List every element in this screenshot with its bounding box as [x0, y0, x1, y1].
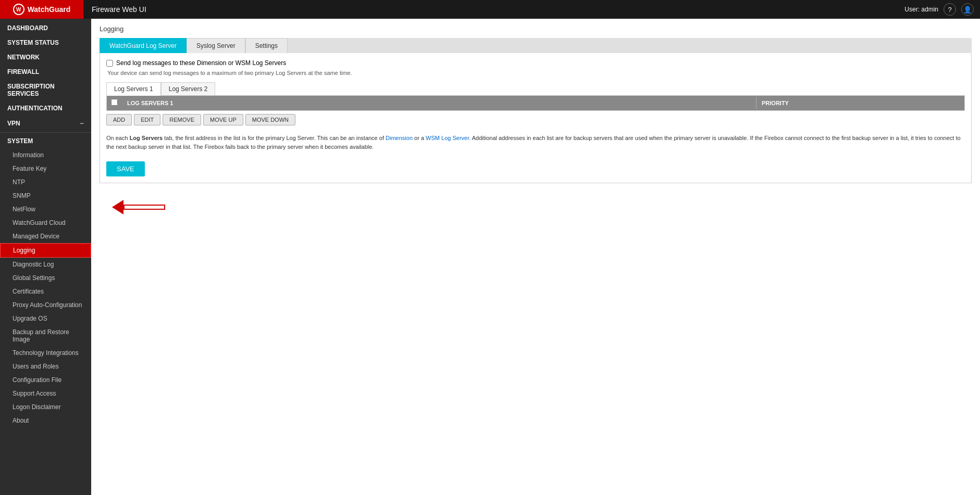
sidebar-item-wg-cloud[interactable]: WatchGuard Cloud [0, 216, 91, 230]
sidebar-item-backup[interactable]: Backup and Restore Image [0, 325, 91, 346]
app-title: Fireware Web UI [92, 5, 904, 14]
move-down-button[interactable]: MOVE DOWN [245, 114, 295, 125]
sub-tabs: Log Servers 1 Log Servers 2 [106, 82, 965, 96]
arrow-box [123, 205, 165, 210]
description-text: On each Log Servers tab, the first addre… [106, 134, 965, 151]
dimension-link[interactable]: Dimension [386, 135, 413, 141]
sidebar-item-proxy-auto[interactable]: Proxy Auto-Configuration [0, 298, 91, 312]
edit-button[interactable]: EDIT [134, 114, 160, 125]
wsm-link[interactable]: WSM Log Server [426, 135, 469, 141]
sidebar-item-system[interactable]: SYSTEM [0, 134, 91, 148]
sidebar-item-system-status[interactable]: SYSTEM STATUS [0, 35, 91, 50]
add-button[interactable]: ADD [106, 114, 132, 125]
logo-label: WatchGuard [28, 5, 71, 14]
select-all-checkbox[interactable] [111, 99, 118, 106]
sidebar-item-auth[interactable]: AUTHENTICATION [0, 101, 91, 116]
remove-button[interactable]: REMOVE [163, 114, 201, 125]
main-layout: DASHBOARD SYSTEM STATUS NETWORK FIREWALL… [0, 19, 980, 495]
sidebar: DASHBOARD SYSTEM STATUS NETWORK FIREWALL… [0, 19, 91, 495]
save-button[interactable]: SAVE [106, 161, 145, 176]
help-icon[interactable]: ? [944, 3, 956, 16]
sidebar-item-config-file[interactable]: Configuration File [0, 373, 91, 387]
sub-tab-log1[interactable]: Log Servers 1 [106, 82, 161, 96]
send-log-checkbox-row: Send log messages to these Dimension or … [106, 59, 965, 67]
tabs-bar: WatchGuard Log Server Syslog Server Sett… [100, 38, 972, 53]
logo: W WatchGuard [13, 4, 71, 15]
tab-syslog-server[interactable]: Syslog Server [187, 38, 245, 53]
header-right: User: admin ? 👤 [904, 3, 974, 16]
sidebar-item-logging[interactable]: Logging [0, 243, 91, 258]
sidebar-item-vpn[interactable]: VPN − [0, 116, 91, 131]
sidebar-item-upgrade-os[interactable]: Upgrade OS [0, 312, 91, 325]
sidebar-item-information[interactable]: Information [0, 148, 91, 162]
col-priority: PRIORITY [756, 97, 964, 109]
sidebar-item-ntp[interactable]: NTP [0, 175, 91, 189]
sidebar-item-firewall[interactable]: FIREWALL [0, 65, 91, 79]
sidebar-item-feature-key[interactable]: Feature Key [0, 162, 91, 175]
vpn-collapse-icon: − [80, 119, 84, 128]
sidebar-item-network[interactable]: NETWORK [0, 50, 91, 65]
table-header: LOG SERVERS 1 PRIORITY [107, 96, 964, 110]
user-icon[interactable]: 👤 [961, 3, 974, 16]
logo-area: W WatchGuard [0, 0, 83, 19]
tab-content: Send log messages to these Dimension or … [100, 53, 972, 183]
sidebar-item-about[interactable]: About [0, 414, 91, 427]
sub-tab-log2[interactable]: Log Servers 2 [161, 82, 216, 96]
sidebar-item-support-access[interactable]: Support Access [0, 387, 91, 400]
page-title: Logging [100, 25, 972, 33]
header-checkbox-cell [107, 96, 122, 110]
content-area: Logging WatchGuard Log Server Syslog Ser… [91, 19, 980, 495]
move-up-button[interactable]: MOVE UP [203, 114, 243, 125]
col-log-servers: LOG SERVERS 1 [122, 97, 756, 109]
arrow-annotation [112, 200, 165, 214]
sidebar-item-snmp[interactable]: SNMP [0, 189, 91, 202]
action-buttons: ADD EDIT REMOVE MOVE UP MOVE DOWN [106, 111, 965, 129]
user-label: User: admin [904, 6, 938, 13]
tab-wg-log-server[interactable]: WatchGuard Log Server [100, 38, 187, 53]
sidebar-item-users-roles[interactable]: Users and Roles [0, 360, 91, 373]
arrow-shape [112, 200, 123, 214]
sidebar-item-logon-disclaimer[interactable]: Logon Disclaimer [0, 400, 91, 414]
sidebar-item-certificates[interactable]: Certificates [0, 285, 91, 298]
log-servers-table: LOG SERVERS 1 PRIORITY [106, 95, 965, 111]
divider [0, 132, 91, 133]
sidebar-item-diag-log[interactable]: Diagnostic Log [0, 258, 91, 271]
hint-text: Your device can send log messages to a m… [107, 70, 965, 76]
send-log-label: Send log messages to these Dimension or … [116, 59, 286, 67]
sidebar-item-dashboard[interactable]: DASHBOARD [0, 21, 91, 35]
sidebar-item-global-settings[interactable]: Global Settings [0, 271, 91, 285]
top-header: W WatchGuard Fireware Web UI User: admin… [0, 0, 980, 19]
sidebar-item-subscription[interactable]: SUBSCRIPTION SERVICES [0, 79, 91, 101]
logo-icon: W [13, 4, 24, 15]
sidebar-item-netflow[interactable]: NetFlow [0, 202, 91, 216]
send-log-checkbox[interactable] [106, 60, 113, 67]
tab-settings[interactable]: Settings [245, 38, 288, 53]
sidebar-item-managed-device[interactable]: Managed Device [0, 230, 91, 243]
sidebar-item-tech-int[interactable]: Technology Integrations [0, 346, 91, 360]
